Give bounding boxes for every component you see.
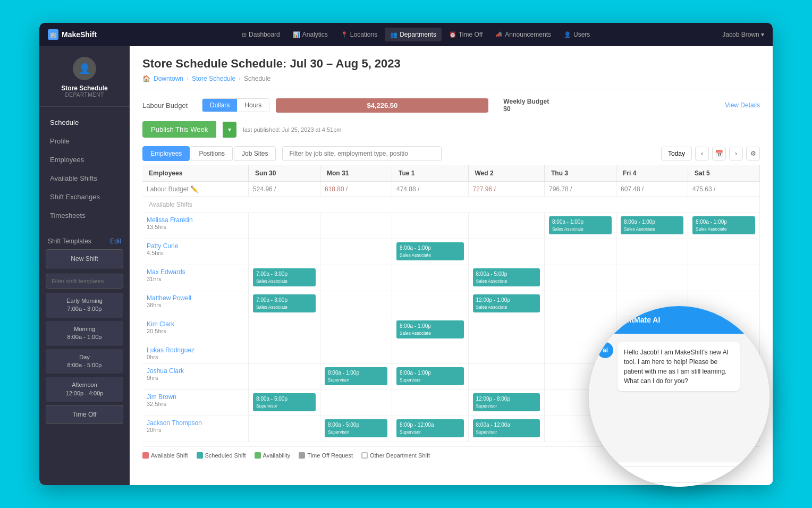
shiftmate-input[interactable] [595, 467, 744, 482]
shift-block[interactable]: 12:00p - 1:00pSales Associate [473, 294, 540, 312]
shiftmate-close-button[interactable]: ▾ [756, 314, 761, 326]
shift-block[interactable]: 8:00a - 1:00pSales Associate [396, 242, 464, 260]
template-early-morning[interactable]: Early Morning7:00a - 3:00p [46, 293, 123, 318]
shiftmate-ai-icon: ai [597, 312, 612, 327]
shift-block[interactable]: 8:00a - 1:00pSales Associate [692, 216, 755, 234]
col-sun: Sun 30 [249, 165, 320, 182]
legend-scheduled-shift: Scheduled Shift [197, 452, 246, 459]
brand[interactable]: 🏢 MakeShift [48, 29, 97, 40]
nav-right: Jacob Brown ▾ [722, 31, 764, 38]
shift-block[interactable]: 8:00a - 12:00aSupervisor [473, 419, 540, 437]
employee-name: Lukas Rodriguez 0hrs [142, 343, 249, 364]
sidebar-item-timesheets[interactable]: Timesheets [39, 206, 130, 225]
nav-announcements-label: Announcements [505, 31, 551, 38]
shiftmate-body: ai Hello Jacob! I am MakeShift's new AI … [589, 334, 769, 462]
sidebar-dept-name: Store Schedule [48, 84, 121, 92]
shift-block[interactable]: 8:00a - 1:00pSales Associate [621, 216, 683, 234]
col-sat: Sat 5 [688, 165, 759, 182]
filter-tab-positions[interactable]: Positions [191, 146, 233, 161]
legend-time-off: Time Off Request [299, 452, 353, 459]
employee-name: Melissa Franklin 13.5hrs [142, 213, 249, 239]
breadcrumb-store-schedule[interactable]: Store Schedule [192, 75, 235, 82]
shift-block[interactable]: 8:00a - 1:00pSales Associate [396, 320, 464, 338]
publish-this-week-button[interactable]: Publish This Week [142, 121, 216, 138]
publish-dropdown-button[interactable]: ▾ [223, 122, 236, 138]
page-header: Store Schedule Schedule: Jul 30 – Aug 5,… [130, 46, 773, 89]
next-week-button[interactable]: › [729, 147, 743, 160]
view-details-button[interactable]: View Details [725, 101, 760, 109]
shift-block[interactable]: 7:00a - 3:00pSales Associate [253, 268, 316, 286]
weekly-budget-label: Weekly Budget [503, 98, 549, 105]
shift-block[interactable]: 8:00a - 5:00pSales Associate [473, 268, 540, 286]
nav-departments-label: Departments [400, 31, 436, 38]
today-button[interactable]: Today [661, 147, 692, 160]
dashboard-icon: ⊞ [242, 31, 247, 38]
announcements-icon: 📣 [495, 31, 503, 38]
legend-dot-other [361, 452, 368, 459]
shift-block[interactable]: 7:00a - 3:00pSales Associate [253, 294, 316, 312]
employee-hours: 13.5hrs [147, 224, 244, 230]
time-off-button[interactable]: Time Off [46, 405, 123, 424]
template-morning[interactable]: Morning8:00a - 1:00p [46, 321, 123, 346]
nav-locations[interactable]: 📍 Locations [335, 28, 383, 41]
nav-locations-label: Locations [350, 31, 377, 38]
nav-dashboard[interactable]: ⊞ Dashboard [236, 28, 285, 41]
weekly-budget: Weekly Budget $0 [503, 98, 549, 113]
shift-block[interactable]: 8:00a - 5:00pSupervisor [325, 419, 387, 437]
template-day[interactable]: Day8:00a - 5:00p [46, 349, 123, 374]
edit-templates-link[interactable]: Edit [110, 238, 121, 245]
legend-other-dept: Other Department Shift [361, 452, 430, 459]
prev-week-button[interactable]: ‹ [695, 147, 709, 160]
settings-icon[interactable]: ⚙ [746, 147, 760, 160]
shift-block[interactable]: 8:00p - 12:00aSupervisor [396, 419, 464, 437]
template-afternoon[interactable]: Afternoon12:00p - 4:00p [46, 377, 123, 402]
weekly-budget-amount: $0 [503, 105, 549, 113]
schedule-filter-input[interactable] [282, 146, 442, 161]
budget-tab-hours[interactable]: Hours [237, 99, 269, 112]
legend-dot-timeoff [299, 452, 305, 459]
employee-name: Patty Curie 4.5hrs [142, 239, 249, 265]
nav-users-label: Users [573, 31, 590, 38]
users-icon: 👤 [564, 31, 571, 38]
filter-tab-employees[interactable]: Employees [142, 146, 190, 161]
shift-block[interactable]: 12:00p - 8:00pSupervisor [473, 393, 540, 411]
table-row: Patty Curie 4.5hrs 8:00a - 1:00pSales As… [142, 239, 760, 265]
legend-dot-scheduled [197, 452, 203, 459]
budget-tue: 474.88 / [392, 182, 468, 197]
nav-departments[interactable]: 👥 Departments [385, 28, 442, 41]
sidebar-item-shift-exchanges[interactable]: Shift Exchanges [39, 188, 130, 206]
legend-label-other: Other Department Shift [370, 452, 430, 459]
budget-wed: 727.96 / [468, 182, 545, 197]
calendar-icon[interactable]: 📅 [712, 147, 726, 160]
filter-templates-input[interactable] [46, 274, 123, 289]
employee-name: Max Edwards 31hrs [142, 265, 249, 291]
budget-tab-dollars[interactable]: Dollars [202, 99, 237, 112]
nav-users[interactable]: 👤 Users [559, 28, 595, 41]
shift-block[interactable]: 8:00a - 5:00pSupervisor [253, 393, 316, 411]
shift-block[interactable]: 8:00a - 1:00pSupervisor [396, 367, 464, 385]
shiftmate-message: ai Hello Jacob! I am MakeShift's new AI … [597, 342, 761, 391]
labour-budget-row: Labour Budget Dollars Hours $4,226.50 We… [142, 98, 760, 113]
sidebar-item-employees[interactable]: Employees [39, 150, 130, 169]
shiftmate-header: ai ShiftMate AI ▾ [589, 306, 769, 334]
sidebar-item-available-shifts[interactable]: Available Shifts [39, 169, 130, 188]
nav-dashboard-label: Dashboard [249, 31, 280, 38]
breadcrumb-downtown[interactable]: Downtown [154, 75, 183, 82]
nav-analytics[interactable]: 📊 Analytics [287, 28, 333, 41]
user-menu[interactable]: Jacob Brown ▾ [722, 31, 764, 38]
nav-timeoff[interactable]: ⏰ Time Off [444, 28, 488, 41]
budget-bar: $4,226.50 [276, 98, 488, 113]
filter-tab-job-sites[interactable]: Job Sites [234, 146, 276, 161]
new-shift-button[interactable]: New Shift [46, 249, 123, 268]
sidebar-item-profile[interactable]: Profile [39, 132, 130, 150]
sidebar-nav: Schedule Profile Employees Available Shi… [39, 107, 130, 231]
legend-available-shift: Available Shift [142, 452, 188, 459]
nav-announcements[interactable]: 📣 Announcements [490, 28, 556, 41]
schedule-nav: Today ‹ 📅 › ⚙ [661, 147, 760, 160]
shift-block[interactable]: 8:00a - 1:00pSupervisor [325, 367, 387, 385]
shiftmate-send-button[interactable]: ➤ [748, 467, 763, 482]
table-row: Melissa Franklin 13.5hrs 8:00a - 1:00pSa… [142, 213, 760, 239]
sidebar-item-schedule[interactable]: Schedule [39, 113, 130, 132]
shift-block[interactable]: 8:00a - 1:00pSales Associate [549, 216, 612, 234]
employee-name: Matthew Powell 38hrs [142, 291, 249, 317]
